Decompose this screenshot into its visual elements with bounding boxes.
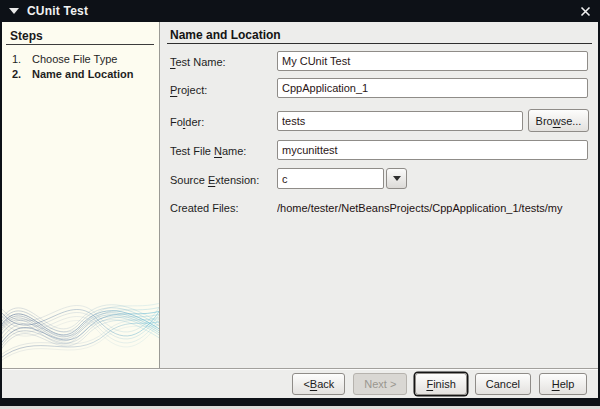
test-name-input[interactable] [277, 51, 588, 71]
step-number: 2. [12, 68, 28, 80]
project-label: Project: [170, 84, 207, 96]
steps-divider [6, 44, 154, 45]
window-menu-triangle-icon[interactable] [9, 8, 19, 14]
test-file-name-label: Test File Name: [170, 145, 246, 157]
steps-title: Steps [10, 29, 43, 43]
wave-watermark [2, 268, 160, 368]
steps-sidebar: Steps 1. Choose File Type 2. Name and Lo… [2, 22, 160, 368]
name-and-location-panel: Name and Location Test Name: Project: Fo… [160, 22, 598, 368]
wizard-button-bar: < Back Next > Finish Cancel Help [2, 368, 598, 398]
created-files-path: /home/tester/NetBeansProjects/CppApplica… [277, 202, 598, 214]
combobox-dropdown-button[interactable] [386, 168, 407, 189]
source-extension-value[interactable]: c [277, 168, 384, 189]
source-extension-combobox[interactable]: c [277, 168, 407, 189]
cancel-button[interactable]: Cancel [475, 373, 531, 395]
step-label: Name and Location [32, 68, 133, 80]
panel-title: Name and Location [170, 28, 281, 42]
help-button[interactable]: Help [539, 373, 587, 395]
finish-button[interactable]: Finish [415, 373, 466, 395]
source-extension-label: Source Extension: [170, 174, 259, 186]
dialog-body: Steps 1. Choose File Type 2. Name and Lo… [2, 22, 598, 398]
step-label: Choose File Type [32, 53, 117, 65]
folder-label: Folder: [170, 116, 204, 128]
close-icon[interactable] [576, 2, 594, 20]
background-window-edge [0, 398, 600, 409]
folder-input[interactable] [277, 111, 523, 131]
step-number: 1. [12, 53, 28, 65]
test-file-name-input[interactable] [277, 140, 588, 160]
browse-button[interactable]: Browse... [528, 109, 589, 132]
title-bar: CUnit Test [0, 0, 600, 22]
next-button: Next > [353, 373, 407, 395]
project-input[interactable] [277, 78, 588, 98]
created-files-label: Created Files: [170, 202, 238, 214]
back-button[interactable]: < Back [292, 373, 345, 395]
cunit-test-dialog: CUnit Test Steps 1. Choose File Type 2. … [0, 0, 600, 409]
window-title: CUnit Test [27, 4, 88, 18]
panel-title-divider [167, 43, 592, 44]
chevron-down-icon [393, 176, 401, 181]
test-name-label: Test Name: [170, 56, 226, 68]
